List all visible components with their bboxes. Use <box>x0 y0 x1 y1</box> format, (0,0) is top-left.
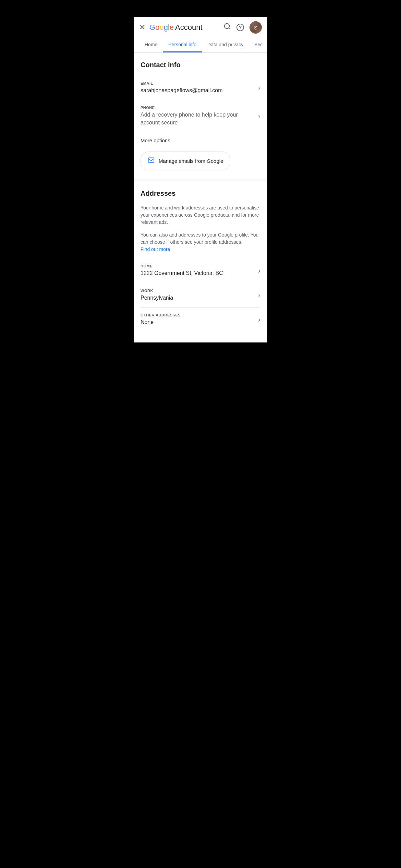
other-addresses-chevron-icon: › <box>258 316 260 324</box>
logo-account-text: Account <box>175 23 203 32</box>
avatar-image: S <box>250 21 262 34</box>
more-options-link[interactable]: More options <box>141 132 260 149</box>
manage-emails-button[interactable]: Manage emails from Google <box>141 152 230 170</box>
home-address-info: HOME 1222 Government St, Victoria, BC <box>141 264 223 277</box>
search-icon[interactable] <box>223 23 231 32</box>
addresses-title: Addresses <box>141 190 260 197</box>
addresses-description-2-text: You can also add addresses to your Googl… <box>141 232 258 245</box>
svg-rect-2 <box>148 158 154 162</box>
work-label: WORK <box>141 289 173 293</box>
tab-data-privacy[interactable]: Data and privacy <box>202 38 249 52</box>
manage-emails-label: Manage emails from Google <box>159 158 223 164</box>
status-bar <box>134 0 267 17</box>
phone-label: PHONE <box>141 106 254 110</box>
addresses-description-2: You can also add addresses to your Googl… <box>141 231 260 253</box>
other-addresses-row[interactable]: OTHER ADDRESSES None › <box>141 308 260 331</box>
email-label: EMAIL <box>141 81 222 85</box>
work-address-info: WORK Pennsylvania <box>141 289 173 302</box>
phone-info: PHONE Add a recovery phone to help keep … <box>141 106 254 126</box>
phone-value: Add a recovery phone to help keep your a… <box>141 111 254 126</box>
phone-row[interactable]: PHONE Add a recovery phone to help keep … <box>141 100 260 132</box>
envelope-icon <box>148 157 155 165</box>
other-addresses-value: None <box>141 318 181 326</box>
logo-letter-g: G <box>149 23 155 32</box>
tab-home[interactable]: Home <box>139 38 163 52</box>
app-header: ✕ G o o g l e Account ? <box>134 17 267 53</box>
header-top-row: ✕ G o o g l e Account ? <box>139 21 262 34</box>
tab-personal-info[interactable]: Personal info <box>163 38 202 52</box>
work-value: Pennsylvania <box>141 294 173 302</box>
logo-letter-e: e <box>170 23 174 32</box>
other-addresses-label: OTHER ADDRESSES <box>141 313 181 317</box>
email-value: sarahjonaspageflows@gmail.com <box>141 87 222 94</box>
email-row[interactable]: EMAIL sarahjonaspageflows@gmail.com › <box>141 76 260 100</box>
addresses-description-1: Your home and work addresses are used to… <box>141 204 260 226</box>
phone-container: ✕ G o o g l e Account ? <box>134 0 267 342</box>
other-addresses-info: OTHER ADDRESSES None <box>141 313 181 326</box>
logo-letter-o2: o <box>159 23 163 32</box>
logo-letter-o1: o <box>155 23 159 32</box>
tab-security[interactable]: Sec <box>249 38 262 52</box>
work-address-row[interactable]: WORK Pennsylvania › <box>141 283 260 308</box>
email-info: EMAIL sarahjonaspageflows@gmail.com <box>141 81 222 94</box>
work-chevron-icon: › <box>258 291 260 299</box>
logo-letter-g2: g <box>164 23 168 32</box>
home-value: 1222 Government St, Victoria, BC <box>141 269 223 277</box>
help-icon[interactable]: ? <box>236 24 244 31</box>
home-address-row[interactable]: HOME 1222 Government St, Victoria, BC › <box>141 258 260 283</box>
close-icon[interactable]: ✕ <box>139 24 145 31</box>
contact-info-title: Contact info <box>141 61 260 69</box>
find-out-more-link[interactable]: Find out more <box>141 246 170 252</box>
google-logo: G o o g l e Account <box>149 23 203 32</box>
nav-tabs: Home Personal info Data and privacy Sec <box>139 38 262 52</box>
addresses-section: Addresses Your home and work addresses a… <box>134 181 267 340</box>
phone-chevron-icon: › <box>258 112 260 120</box>
contact-info-section: Contact info EMAIL sarahjonaspageflows@g… <box>134 53 267 179</box>
home-chevron-icon: › <box>258 267 260 275</box>
email-chevron-icon: › <box>258 84 260 92</box>
header-left-group: ✕ G o o g l e Account <box>139 23 203 32</box>
avatar[interactable]: S <box>250 21 262 34</box>
svg-line-1 <box>229 28 230 29</box>
main-content: Contact info EMAIL sarahjonaspageflows@g… <box>134 53 267 340</box>
header-right-group: ? S <box>223 21 262 34</box>
home-label: HOME <box>141 264 223 268</box>
